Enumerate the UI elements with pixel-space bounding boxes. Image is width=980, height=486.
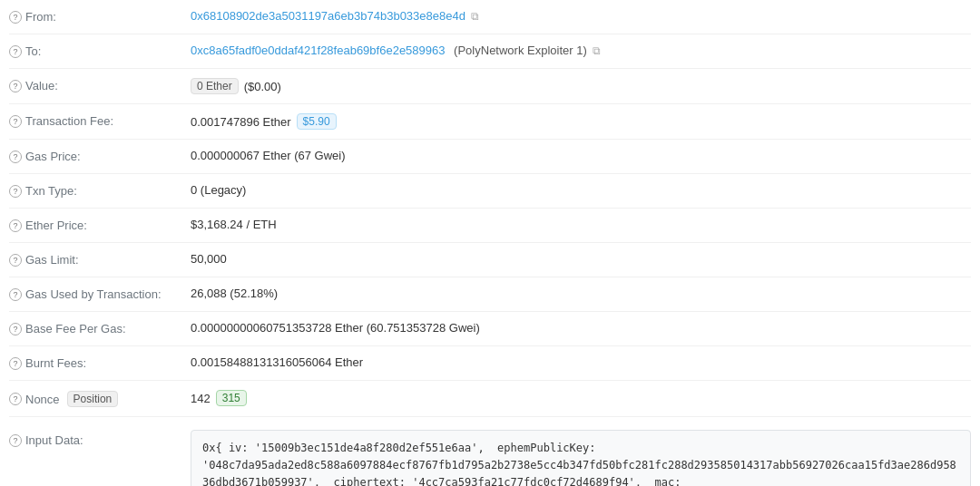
position-badge: Position xyxy=(67,391,119,407)
txfee-ether: 0.001747896 Ether xyxy=(191,115,291,129)
value-base-fee: 0.00000000060751353728 Ether (60.7513537… xyxy=(191,321,971,335)
help-icon-gasprice[interactable]: ? xyxy=(9,151,22,163)
burnt-fees-value: 0.00158488131316056064 Ether xyxy=(191,355,363,369)
label-txfee-text: Transaction Fee: xyxy=(25,114,113,128)
row-nonce: ? Nonce Position 142 315 xyxy=(9,381,971,417)
row-from: ? From: 0x68108902de3a5031197a6eb3b74b3b… xyxy=(9,0,971,34)
row-gas-limit: ? Gas Limit: 50,000 xyxy=(9,243,971,277)
label-nonce: ? Nonce Position xyxy=(9,390,191,407)
label-nonce-text: Nonce xyxy=(25,393,60,406)
label-txntype-text: Txn Type: xyxy=(25,184,77,198)
label-gasused-text: Gas Used by Transaction: xyxy=(25,287,162,301)
label-from: ? From: xyxy=(9,9,191,24)
label-gas-used: ? Gas Used by Transaction: xyxy=(9,287,191,301)
label-gas-limit: ? Gas Limit: xyxy=(9,252,191,267)
help-icon-txfee[interactable]: ? xyxy=(9,115,22,128)
help-icon-gasused[interactable]: ? xyxy=(9,288,22,301)
row-value: ? Value: 0 Ether ($0.00) xyxy=(9,69,971,104)
value-gas-price: 0.000000067 Ether (67 Gwei) xyxy=(191,149,971,162)
gas-price-value: 0.000000067 Ether (67 Gwei) xyxy=(191,149,346,162)
help-icon-burntfees[interactable]: ? xyxy=(9,357,22,370)
row-ether-price: ? Ether Price: $3,168.24 / ETH xyxy=(9,209,971,243)
label-gas-price: ? Gas Price: xyxy=(9,149,191,163)
label-inputdata-text: Input Data: xyxy=(25,433,83,447)
label-basefee-text: Base Fee Per Gas: xyxy=(25,322,126,335)
gas-limit-value: 50,000 xyxy=(191,252,227,266)
nonce-position-badge: 315 xyxy=(216,390,247,406)
value-from: 0x68108902de3a5031197a6eb3b74b3b033e8e8e… xyxy=(191,9,971,23)
help-icon-inputdata[interactable]: ? xyxy=(9,434,22,447)
label-base-fee: ? Base Fee Per Gas: xyxy=(9,321,191,335)
row-base-fee: ? Base Fee Per Gas: 0.000000000607513537… xyxy=(9,312,971,346)
label-input-data: ? Input Data: xyxy=(9,426,191,447)
value-usd: ($0.00) xyxy=(244,80,281,93)
to-label-badge: (PolyNetwork Exploiter 1) xyxy=(451,44,587,57)
help-icon-basefee[interactable]: ? xyxy=(9,323,22,335)
value-to: 0xc8a65fadf0e0ddaf421f28feab69bf6e2e5899… xyxy=(191,44,971,57)
ether-price-value: $3,168.24 / ETH xyxy=(191,218,277,231)
row-to: ? To: 0xc8a65fadf0e0ddaf421f28feab69bf6e… xyxy=(9,34,971,69)
row-gas-price: ? Gas Price: 0.000000067 Ether (67 Gwei) xyxy=(9,140,971,174)
label-gasprice-text: Gas Price: xyxy=(25,150,81,163)
row-txn-type: ? Txn Type: 0 (Legacy) xyxy=(9,174,971,209)
help-icon-etherprice[interactable]: ? xyxy=(9,219,22,232)
row-gas-used: ? Gas Used by Transaction: 26,088 (52.18… xyxy=(9,277,971,312)
help-icon-txntype[interactable]: ? xyxy=(9,185,22,198)
row-transaction-fee: ? Transaction Fee: 0.001747896 Ether $5.… xyxy=(9,104,971,140)
label-txn-type: ? Txn Type: xyxy=(9,183,191,198)
label-value-text: Value: xyxy=(25,79,58,92)
to-address-link[interactable]: 0xc8a65fadf0e0ddaf421f28feab69bf6e2e5899… xyxy=(191,44,446,57)
help-icon-from[interactable]: ? xyxy=(9,11,22,24)
row-burnt-fees: ? Burnt Fees: 0.00158488131316056064 Eth… xyxy=(9,346,971,381)
label-burnt-fees: ? Burnt Fees: xyxy=(9,355,191,370)
input-data-box[interactable]: 0x{ iv: '15009b3ec151de4a8f280d2ef551e6a… xyxy=(191,430,971,486)
value-gas-limit: 50,000 xyxy=(191,252,971,266)
value-ether-price: $3,168.24 / ETH xyxy=(191,218,971,231)
value-txn-type: 0 (Legacy) xyxy=(191,183,971,197)
from-address-link[interactable]: 0x68108902de3a5031197a6eb3b74b3b033e8e8e… xyxy=(191,9,466,23)
label-to-text: To: xyxy=(25,44,41,58)
label-gaslimit-text: Gas Limit: xyxy=(25,253,79,267)
copy-to-icon[interactable]: ⧉ xyxy=(593,44,601,57)
value-transaction-fee: 0.001747896 Ether $5.90 xyxy=(191,113,971,130)
value-input-data: 0x{ iv: '15009b3ec151de4a8f280d2ef551e6a… xyxy=(191,426,971,486)
value-burnt-fees: 0.00158488131316056064 Ether xyxy=(191,355,971,369)
nonce-value: 142 xyxy=(191,392,211,405)
txfee-usd-badge: $5.90 xyxy=(297,113,337,130)
gas-used-value: 26,088 (52.18%) xyxy=(191,287,278,300)
base-fee-value: 0.00000000060751353728 Ether (60.7513537… xyxy=(191,321,480,335)
help-icon-nonce[interactable]: ? xyxy=(9,393,22,405)
value-value: 0 Ether ($0.00) xyxy=(191,78,971,94)
help-icon-gaslimit[interactable]: ? xyxy=(9,254,22,267)
value-gas-used: 26,088 (52.18%) xyxy=(191,287,971,300)
label-value: ? Value: xyxy=(9,78,191,92)
row-input-data: ? Input Data: 0x{ iv: '15009b3ec151de4a8… xyxy=(9,417,971,486)
txn-type-value: 0 (Legacy) xyxy=(191,183,246,197)
label-burntfees-text: Burnt Fees: xyxy=(25,356,86,370)
transaction-details: ? From: 0x68108902de3a5031197a6eb3b74b3b… xyxy=(0,0,980,486)
help-icon-value[interactable]: ? xyxy=(9,80,22,92)
value-ether-badge: 0 Ether xyxy=(191,78,239,94)
label-to: ? To: xyxy=(9,44,191,58)
value-nonce: 142 315 xyxy=(191,390,971,406)
label-etherprice-text: Ether Price: xyxy=(25,219,87,232)
label-transaction-fee: ? Transaction Fee: xyxy=(9,113,191,128)
label-from-text: From: xyxy=(25,10,56,24)
label-ether-price: ? Ether Price: xyxy=(9,218,191,232)
copy-from-icon[interactable]: ⧉ xyxy=(471,10,479,23)
help-icon-to[interactable]: ? xyxy=(9,45,22,58)
